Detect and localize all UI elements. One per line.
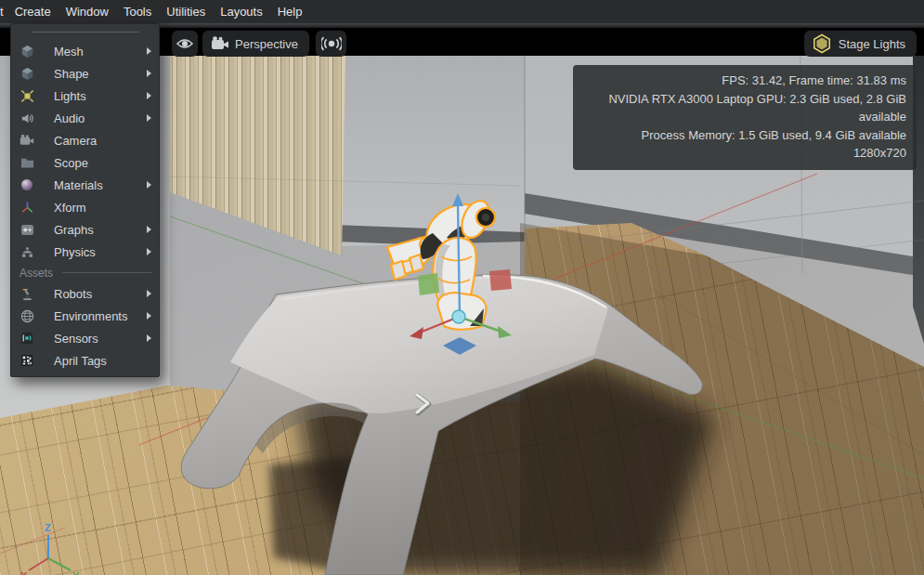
robot-finger — [410, 255, 423, 272]
submenu-arrow-icon — [147, 334, 151, 342]
submenu-arrow-icon — [147, 114, 151, 122]
menubar-item-tools[interactable]: Tools — [116, 0, 159, 23]
physics-icon — [20, 244, 34, 259]
menu-tearoff-handle[interactable] — [11, 24, 159, 40]
menu-item-sensors[interactable]: Sensors — [11, 327, 159, 349]
menu-item-xform[interactable]: Xform — [11, 196, 159, 218]
submenu-arrow-icon — [147, 248, 151, 255]
menubar-item-utilities[interactable]: Utilities — [159, 0, 213, 23]
menu-item-graphs[interactable]: Graphs — [11, 218, 159, 241]
stage-light-hexagon-icon — [812, 33, 832, 54]
camera-icon — [20, 133, 34, 148]
menu-item-materials[interactable]: Materials — [11, 174, 159, 196]
submenu-arrow-icon — [147, 226, 151, 233]
world-x-axis-line-far — [0, 528, 65, 554]
menu-item-environments[interactable]: Environments — [11, 305, 159, 327]
submenu-arrow-icon — [147, 47, 151, 55]
perspective-label: Perspective — [235, 37, 298, 51]
stage-lights-button[interactable]: Stage Lights — [804, 31, 917, 57]
april-tag-icon — [20, 353, 34, 368]
submenu-arrow-icon — [147, 181, 151, 189]
create-menu: Mesh Shape Lights Audio — [10, 23, 160, 377]
menu-section-assets: Assets — [11, 263, 159, 282]
submenu-arrow-icon — [147, 70, 151, 77]
menu-item-shape[interactable]: Shape — [11, 62, 159, 85]
menu-item-mesh[interactable]: Mesh — [11, 40, 159, 62]
stats-memory-line: Process Memory: 1.5 GiB used, 9.4 GiB av… — [583, 126, 906, 145]
triad-y-label: Y — [72, 570, 80, 575]
menubar-item-create[interactable]: Create — [7, 0, 59, 23]
isaac-sim-window: t Create Window Tools Utilities Layouts … — [0, 0, 924, 575]
gizmo-origin-handle[interactable] — [452, 310, 465, 323]
material-sphere-icon — [20, 177, 34, 192]
light-icon — [20, 88, 34, 103]
camera-perspective-button[interactable]: Perspective — [202, 31, 309, 57]
cube-icon — [20, 66, 34, 81]
menubar: t Create Window Tools Utilities Layouts … — [0, 0, 924, 23]
robot-arm-icon — [20, 286, 34, 301]
folder-icon — [20, 155, 34, 170]
stats-overlay: FPS: 31.42, Frame time: 31.83 ms NVIDIA … — [573, 65, 917, 170]
menu-item-scope[interactable]: Scope — [11, 151, 159, 174]
menubar-item-layouts[interactable]: Layouts — [213, 0, 270, 23]
menubar-item-help[interactable]: Help — [270, 0, 310, 23]
graph-icon — [20, 222, 34, 237]
visibility-button[interactable] — [172, 31, 198, 57]
menu-item-camera[interactable]: Camera — [11, 129, 159, 151]
live-sync-button[interactable] — [316, 31, 346, 57]
gizmo-plane-yz[interactable] — [418, 273, 439, 295]
robot-finger — [391, 261, 406, 280]
stats-gpu-line: NVIDIA RTX A3000 Laptop GPU: 2.3 GiB use… — [583, 90, 906, 126]
robot-head-cap-inner — [482, 214, 489, 221]
triad-z-label: Z — [45, 522, 51, 533]
axis-triad: Z X Y — [20, 522, 80, 575]
menubar-item-window[interactable]: Window — [59, 0, 116, 23]
menu-item-audio[interactable]: Audio — [11, 107, 159, 129]
globe-icon — [20, 308, 34, 323]
triad-x-label: X — [20, 570, 28, 575]
stats-fps-line: FPS: 31.42, Frame time: 31.83 ms — [583, 72, 906, 90]
menu-item-physics[interactable]: Physics — [11, 241, 159, 263]
live-signal-icon — [321, 36, 342, 51]
cube-icon — [20, 44, 34, 59]
submenu-arrow-icon — [147, 92, 151, 99]
camera-icon — [211, 36, 229, 51]
sensor-icon — [20, 331, 34, 346]
speaker-icon — [20, 111, 34, 125]
menu-item-robots[interactable]: Robots — [11, 282, 159, 305]
axis-icon — [20, 200, 34, 215]
menubar-item-edit-truncated[interactable]: t — [0, 0, 7, 23]
submenu-arrow-icon — [147, 312, 151, 320]
stage-lights-label: Stage Lights — [839, 37, 905, 51]
gizmo-z-arrowhead[interactable] — [452, 193, 463, 206]
submenu-arrow-icon — [147, 290, 151, 297]
menu-item-april-tags[interactable]: April Tags — [11, 349, 159, 372]
section-divider — [62, 272, 151, 273]
gizmo-plane-xz[interactable] — [489, 269, 512, 291]
stats-resolution-line: 1280x720 — [583, 144, 906, 163]
menu-item-lights[interactable]: Lights — [11, 85, 159, 107]
eye-icon — [176, 37, 193, 50]
